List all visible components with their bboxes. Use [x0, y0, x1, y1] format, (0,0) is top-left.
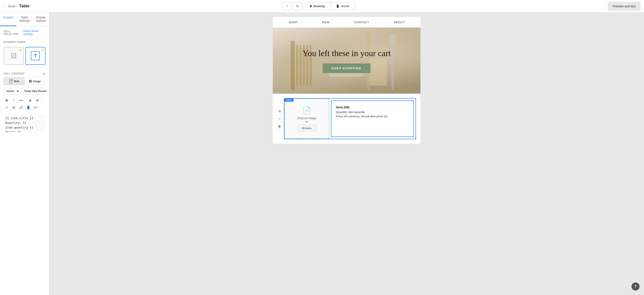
redo-icon: ↻ [296, 4, 299, 8]
device-toggle: 🖥 Desktop 📱 Mobile [304, 2, 355, 10]
hero-section: You left these in your cart KEEP SHOPPIN… [273, 27, 420, 94]
format-toolbar: B I ••• A A ≡ ⊞ 🔗 👤 </> [0, 96, 49, 112]
text-type-label: Text [14, 80, 19, 83]
desktop-button[interactable]: 🖥 Desktop [304, 3, 330, 9]
table-section-wrapper: Table ⧉ ☆ 🗑 📄 Drop an imageor Browse [273, 94, 420, 144]
text-type-button[interactable]: T Text [4, 77, 24, 85]
text-cell[interactable]: ⚡ T [26, 47, 46, 65]
help-icon: ? [634, 285, 636, 289]
font-color-button[interactable]: A [27, 97, 33, 103]
font-color-icon: A [29, 99, 31, 102]
top-bar-left: ← Done Table [4, 4, 29, 8]
item-price: Price: {% currency_format item.price %} [336, 115, 409, 118]
help-button[interactable]: ? [632, 283, 640, 291]
nav-new: NEW [322, 20, 330, 24]
image-type-label: Image [33, 80, 41, 83]
desktop-icon: 🖥 [309, 4, 312, 8]
item-quantity: Quantity: item.quantity [336, 110, 409, 114]
item-title: item.title [336, 105, 409, 109]
bold-button[interactable]: B [4, 97, 10, 103]
tab-table-settings[interactable]: Table Settings [16, 12, 33, 26]
nav-shop: SHOP [288, 20, 298, 24]
table-image-cell[interactable]: 📄 Drop an imageor Browse [284, 99, 329, 139]
hero-overlay: You left these in your cart KEEP SHOPPIN… [273, 27, 420, 94]
mobile-label: Mobile [341, 4, 349, 8]
dynamic-rows: ⚡ 🖼 ⚡ T [0, 45, 49, 68]
cell-selector-section: CELL SELECTOR Row/Column Settings [0, 26, 49, 37]
font-family-select[interactable]: Times New Roman [21, 88, 49, 94]
lightning-icon-image: ⚡ [18, 48, 22, 52]
table-button[interactable]: ⊞ [11, 104, 17, 111]
more-button[interactable]: ••• [18, 97, 24, 103]
preview-area: SHOP NEW CONTACT ABOUT [49, 12, 644, 295]
table-toolbar: ⧉ ☆ 🗑 [276, 108, 282, 129]
drop-text: Drop an imageor [297, 116, 316, 123]
tab-content[interactable]: Content [0, 12, 16, 26]
table-wrapper: Table ⧉ ☆ 🗑 📄 Drop an imageor Browse [284, 98, 416, 139]
image-icon: 🖼 [10, 52, 17, 60]
back-button[interactable]: ← Done [4, 4, 16, 8]
nav-contact: CONTACT [354, 20, 369, 24]
image-type-button[interactable]: 🖼 Image [24, 77, 46, 85]
font-controls: Normal Times New Roman px ▾ [0, 88, 49, 96]
browse-button[interactable]: Browse [297, 125, 316, 131]
keep-shopping-button[interactable]: KEEP SHOPPING [323, 63, 370, 73]
preview-label: Preview and test [613, 4, 636, 8]
text-type-icon: T [10, 79, 13, 83]
bg-color-button[interactable]: A [34, 97, 40, 103]
cell-content-header: CELL CONTENT ▲ [0, 68, 49, 77]
email-nav: SHOP NEW CONTACT ABOUT [273, 17, 420, 27]
panel-tabs: Content Table Settings Display Options [0, 12, 49, 26]
table-text-cell: item.title Quantity: item.quantity Price… [331, 100, 414, 137]
content-type-toggle: T Text 🖼 Image [4, 77, 46, 85]
delete-row-button[interactable]: 🗑 [276, 123, 282, 129]
bg-color-icon: A [36, 99, 39, 102]
collapse-button[interactable]: ▲ [42, 72, 46, 75]
separator-2 [42, 98, 42, 103]
table-inner: 📄 Drop an imageor Browse item.title Quan… [284, 99, 416, 139]
nav-about: ABOUT [394, 20, 405, 24]
font-style-select[interactable]: Normal [4, 88, 20, 94]
copy-row-button[interactable]: ⧉ [276, 108, 282, 114]
undo-button[interactable]: ↺ [282, 2, 291, 10]
code-button[interactable]: </> [32, 104, 38, 111]
link-button[interactable]: 🔗 [18, 104, 24, 111]
preview-and-test-button[interactable]: Preview and test [608, 2, 641, 10]
redo-button[interactable]: ↻ [293, 2, 302, 10]
hero-title: You left these in your cart [302, 48, 391, 58]
page-title: Table [19, 4, 29, 8]
dynamic-rows-label: DYNAMIC ROWS [0, 37, 49, 45]
separator-1 [26, 98, 26, 103]
top-bar: ← Done Table ↺ ↻ 🖥 Desktop 📱 Mobile Prev… [0, 0, 644, 12]
mobile-button[interactable]: 📱 Mobile [330, 3, 355, 9]
table-label: Table [284, 98, 293, 102]
email-preview: SHOP NEW CONTACT ABOUT [273, 17, 420, 144]
tab-display-options[interactable]: Display Options [33, 12, 49, 26]
image-cell[interactable]: ⚡ 🖼 [4, 47, 24, 65]
left-panel: Content Table Settings Display Options C… [0, 12, 49, 295]
mobile-icon: 📱 [336, 4, 340, 8]
person-button[interactable]: 👤 [25, 104, 31, 111]
main-layout: Content Table Settings Display Options C… [0, 12, 644, 295]
align-button[interactable]: ≡ [4, 104, 10, 111]
star-button[interactable]: ☆ [276, 116, 282, 122]
desktop-label: Desktop [314, 4, 325, 8]
back-arrow-icon: ← [4, 4, 7, 8]
top-bar-center: ↺ ↻ 🖥 Desktop 📱 Mobile [282, 2, 355, 10]
lightning-icon-text: ⚡ [40, 48, 44, 52]
italic-button[interactable]: I [11, 97, 17, 103]
upload-icon: 📄 [302, 106, 311, 115]
cell-selector-label: CELL SELECTOR [4, 30, 23, 35]
undo-icon: ↺ [285, 4, 288, 8]
image-type-icon: 🖼 [29, 80, 32, 83]
row-col-settings-link[interactable]: Row/Column Settings [23, 29, 46, 36]
text-cell-icon: T [31, 51, 40, 60]
cell-content-label: CELL CONTENT [4, 72, 24, 75]
back-label: Done [8, 4, 16, 8]
text-editor[interactable]: {{ item.title }} Quantity: {{ item.quant… [4, 114, 46, 132]
